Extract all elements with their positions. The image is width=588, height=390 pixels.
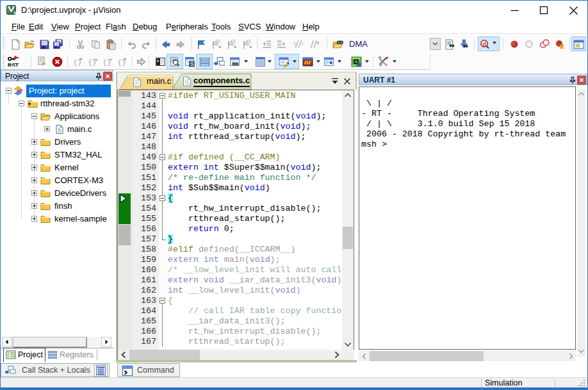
svg-text:S: S xyxy=(190,60,193,67)
svg-text:*: * xyxy=(28,102,31,109)
svg-text:s: s xyxy=(13,10,16,15)
svg-text:d: d xyxy=(482,40,486,47)
svg-text:RST: RST xyxy=(8,62,19,67)
